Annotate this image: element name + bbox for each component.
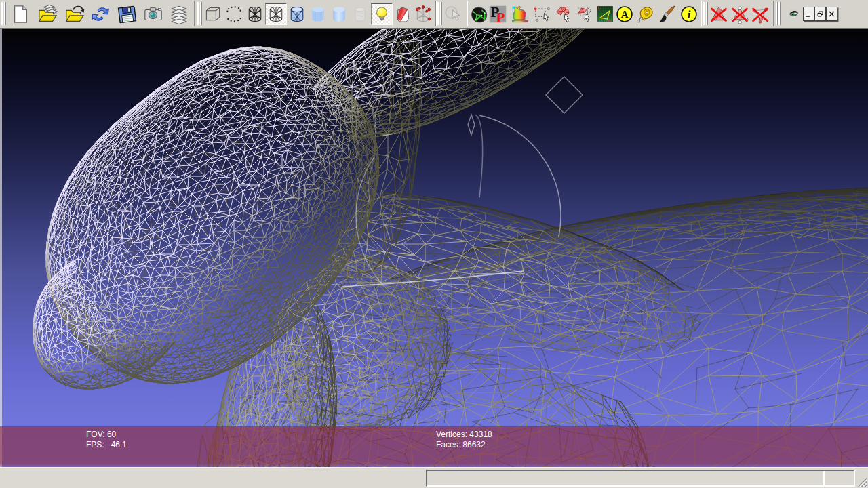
window-minimize-icon [804, 7, 814, 20]
reload-button[interactable] [90, 3, 111, 25]
window-restore-icon [815, 7, 825, 20]
light-on-off-icon [372, 5, 391, 24]
flat-shading-icon [309, 5, 328, 24]
window-restore-button[interactable] [814, 7, 826, 21]
points-rendering-button[interactable]: PP [487, 3, 509, 25]
quoted-box-button[interactable] [594, 3, 616, 25]
select-vertices-rect-button[interactable] [532, 3, 553, 25]
wireframe-button[interactable] [265, 3, 287, 25]
texture-button[interactable] [349, 3, 371, 25]
delete-selected-faces-button[interactable] [708, 3, 730, 25]
svg-text:P: P [496, 9, 505, 24]
show-labels-icon: A [615, 5, 634, 24]
info-icon: i [679, 5, 698, 24]
hidden-lines-icon [245, 5, 264, 24]
points-button[interactable] [223, 3, 245, 25]
delete-selected-vertices-icon [751, 5, 770, 24]
resize-grip-icon[interactable] [856, 476, 867, 487]
flat-lines-icon [288, 5, 307, 24]
vertices-label: Vertices: 43318 [436, 430, 492, 440]
points-rendering-icon: PP [488, 5, 507, 24]
new-document-icon [10, 4, 31, 24]
meshlab-eye-logo [788, 9, 800, 19]
quality-mapper-button[interactable] [509, 3, 531, 25]
fps-label: FPS: 46.1 [86, 440, 127, 450]
svg-text:A: A [621, 9, 629, 20]
delete-selected-vertices-button[interactable] [749, 3, 771, 25]
toolbar-handle[interactable] [437, 2, 442, 25]
import-mesh-icon [37, 4, 58, 24]
manipulator-tool-button[interactable] [443, 3, 465, 25]
select-faces-rect-icon [576, 5, 595, 24]
decorate-icon [469, 5, 488, 24]
snapshot-icon [143, 4, 163, 24]
select-vertices-rect-icon [533, 5, 552, 24]
bounding-box-button[interactable] [202, 3, 224, 25]
snapshot-button[interactable] [142, 3, 164, 25]
viewport-left-edge [0, 29, 2, 467]
quoted-box-icon [595, 5, 614, 24]
delete-faces-and-vertices-icon [730, 5, 749, 24]
selected-vertices-button[interactable] [412, 3, 434, 25]
reload-icon [90, 4, 111, 24]
toolbar-handle[interactable] [776, 2, 781, 25]
status-bar [0, 467, 868, 488]
toolbar-separator [701, 1, 702, 26]
bounding-box-icon [203, 5, 222, 24]
delete-selected-faces-icon [709, 5, 728, 24]
paint-tool-icon [658, 5, 677, 24]
smooth-shading-icon [330, 5, 349, 24]
toolbar-separator [435, 1, 437, 26]
flat-shading-button[interactable] [307, 3, 329, 25]
window-close-icon [827, 7, 837, 20]
delete-faces-and-vertices-button[interactable] [729, 3, 751, 25]
paint-tool-button[interactable] [656, 3, 678, 25]
open-project-icon [64, 4, 85, 24]
gl-viewport[interactable]: FOV: 60 FPS: 46.1 Vertices: 43318 Faces:… [0, 29, 868, 467]
select-faces-rect-button[interactable] [574, 3, 596, 25]
info-overlay-bar: FOV: 60 FPS: 46.1 Vertices: 43318 Faces:… [0, 426, 868, 467]
progress-divider [823, 471, 825, 485]
wireframe-icon [267, 5, 285, 24]
show-labels-button[interactable]: A [614, 3, 635, 25]
toolbar-separator [194, 1, 195, 26]
new-document-button[interactable] [9, 3, 31, 25]
toolbar-handle[interactable] [197, 2, 202, 25]
toolbar-handle[interactable] [703, 2, 708, 25]
manipulator-tool-icon [444, 5, 463, 24]
texture-icon [351, 5, 370, 24]
flat-lines-button[interactable] [286, 3, 308, 25]
toolbar-separator [773, 1, 774, 26]
svg-text:i: i [688, 8, 691, 21]
select-faces-icon [555, 5, 574, 24]
measure-tool-button[interactable] [635, 3, 656, 25]
backface-culling-icon [393, 5, 412, 24]
toolbar-handle[interactable] [1, 2, 6, 25]
fov-label: FOV: 60 [86, 430, 116, 440]
measure-tool-icon [636, 5, 655, 24]
save-snapshot-disk-button[interactable] [116, 3, 138, 25]
faces-label: Faces: 86632 [436, 440, 486, 450]
backface-culling-button[interactable] [392, 3, 414, 25]
info-button[interactable]: i [678, 3, 700, 25]
show-layer-dialog-button[interactable] [168, 3, 190, 25]
selected-vertices-icon [414, 5, 433, 24]
select-faces-button[interactable] [553, 3, 575, 25]
trackball-widget[interactable] [0, 29, 868, 467]
window-close-button[interactable] [826, 7, 837, 21]
open-project-button[interactable] [64, 3, 85, 25]
hidden-lines-button[interactable] [244, 3, 266, 25]
show-layer-dialog-icon [169, 4, 189, 24]
window-minimize-button[interactable] [803, 7, 814, 21]
import-mesh-button[interactable] [37, 3, 58, 25]
save-snapshot-disk-icon [117, 4, 137, 24]
main-toolbar: PPAi [0, 0, 868, 29]
smooth-shading-button[interactable] [328, 3, 350, 25]
light-on-off-button[interactable] [371, 3, 393, 25]
progress-panel [426, 470, 855, 487]
points-icon [224, 5, 243, 24]
quality-mapper-icon [511, 5, 530, 24]
